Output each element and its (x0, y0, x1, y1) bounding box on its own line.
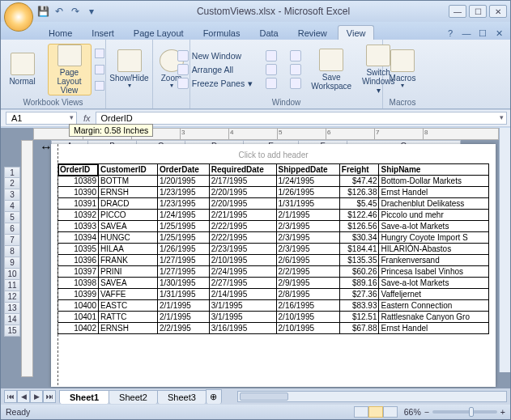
row-11[interactable]: 11 (4, 280, 20, 291)
tab-page-layout[interactable]: Page Layout (125, 25, 193, 40)
tab-nav-prev-icon[interactable]: ◀ (17, 390, 30, 403)
zoom-slider-thumb[interactable] (469, 407, 474, 417)
zoom-in-button[interactable]: + (500, 407, 505, 417)
tab-insert[interactable]: Insert (83, 25, 123, 40)
scroll-thumb[interactable] (240, 392, 288, 401)
margin-guide[interactable] (57, 144, 58, 385)
arrange-all-button[interactable]: Arrange All (174, 63, 256, 76)
unhide-button[interactable] (262, 77, 280, 90)
redo-icon[interactable]: ↷ (69, 5, 82, 18)
row-6[interactable]: 6 (4, 223, 20, 235)
tab-nav-first-icon[interactable]: ⏮ (4, 390, 17, 403)
page-layout-view-button[interactable]: Page Layout View (48, 44, 92, 95)
fx-icon[interactable]: fx (79, 113, 96, 123)
table-row[interactable]: 10391DRACD1/23/19952/20/19951/31/1995$5.… (58, 198, 489, 210)
insert-sheet-icon[interactable]: ⊕ (206, 389, 222, 404)
formula-bar[interactable]: OrderID (96, 112, 507, 125)
header-shipname[interactable]: ShipName (379, 164, 489, 176)
normal-view-icon[interactable] (354, 406, 368, 418)
row-headers[interactable]: 123456789101112131415 (4, 167, 20, 337)
page-header-placeholder[interactable]: Click to add header (51, 144, 496, 163)
zoom-slider[interactable] (432, 410, 497, 414)
row-1[interactable]: 1 (4, 167, 20, 178)
page-break-view-icon[interactable] (383, 406, 398, 418)
normal-view-button[interactable]: Normal (1, 44, 45, 95)
table-row[interactable]: 10396FRANK1/27/19952/10/19952/6/1995$135… (58, 255, 489, 266)
macros-button[interactable]: Macros▾ (385, 44, 419, 95)
tab-review[interactable]: Review (289, 25, 336, 40)
header-freight[interactable]: Freight (339, 164, 379, 176)
header-requireddate[interactable]: RequiredDate (209, 164, 276, 176)
table-row[interactable]: 10389BOTTM1/20/19952/17/19951/24/1995$47… (58, 176, 489, 187)
header-customerid[interactable]: CustomerID (98, 164, 157, 176)
zoom-out-button[interactable]: − (424, 407, 429, 417)
freeze-panes-button[interactable]: Freeze Panes ▾ (174, 77, 256, 90)
sheet-tab-1[interactable]: Sheet1 (59, 390, 109, 404)
row-8[interactable]: 8 (4, 246, 20, 257)
ribbon-minimize-icon[interactable]: — (460, 27, 473, 40)
table-row[interactable]: 10402ERNSH2/2/19953/16/19952/10/1995$67.… (58, 323, 489, 334)
row-15[interactable]: 15 (4, 325, 20, 337)
close-button[interactable]: ✕ (489, 5, 507, 18)
table-row[interactable]: 10399VAFFE1/31/19952/14/19952/8/1995$27.… (58, 289, 489, 300)
name-box[interactable]: A1 (6, 112, 77, 125)
zoom-level[interactable]: 66% (404, 407, 421, 417)
table-row[interactable]: 10395HILAA1/26/19952/23/19952/3/1995$184… (58, 244, 489, 255)
group-show-hide (111, 97, 147, 108)
horizontal-scrollbar[interactable] (237, 391, 507, 402)
header-orderid[interactable]: OrderID (58, 164, 99, 176)
vertical-scrollbar[interactable] (499, 128, 510, 372)
row-2[interactable]: 2 (4, 178, 20, 189)
tab-nav-last-icon[interactable]: ⏭ (43, 390, 56, 403)
custom-views-icon[interactable] (95, 65, 104, 74)
save-workspace-button[interactable]: Save Workspace (311, 44, 351, 95)
table-row[interactable]: 10394HUNGC1/25/19952/22/19952/3/1995$30.… (58, 232, 489, 244)
data-table[interactable]: OrderIDCustomerIDOrderDateRequiredDateSh… (57, 163, 489, 334)
sheet-tab-3[interactable]: Sheet3 (157, 390, 207, 404)
qat-more-icon[interactable]: ▾ (85, 5, 98, 18)
table-row[interactable]: 10392PICCO1/24/19952/21/19952/1/1995$122… (58, 210, 489, 221)
row-4[interactable]: 4 (4, 201, 20, 212)
show-hide-button[interactable]: Show/Hide▾ (108, 44, 151, 95)
ribbon-close-icon[interactable]: ✕ (492, 27, 505, 40)
row-5[interactable]: 5 (4, 212, 20, 223)
table-row[interactable]: 10401RATTC2/1/19953/1/19952/10/1995$12.5… (58, 312, 489, 323)
tab-home[interactable]: Home (40, 25, 81, 40)
help-icon[interactable]: ? (444, 27, 457, 40)
ribbon-restore-icon[interactable]: ☐ (476, 27, 489, 40)
row-9[interactable]: 9 (4, 257, 20, 269)
minimize-button[interactable]: — (449, 5, 466, 18)
hide-button[interactable] (262, 63, 280, 76)
save-icon[interactable]: 💾 (36, 5, 49, 18)
row-10[interactable]: 10 (4, 269, 20, 280)
row-13[interactable]: 13 (4, 303, 20, 314)
new-window-button[interactable]: New Window (174, 49, 256, 62)
split-button[interactable] (262, 49, 280, 62)
restore-button[interactable]: ☐ (469, 5, 487, 18)
full-screen-icon[interactable] (95, 81, 104, 91)
page-break-preview-icon[interactable] (95, 49, 104, 58)
table-row[interactable]: 10398SAVEA1/30/19952/27/19952/9/1995$89.… (58, 278, 489, 289)
row-14[interactable]: 14 (4, 314, 20, 325)
table-row[interactable]: 10390ERNSH1/23/19952/20/19951/26/1995$12… (58, 187, 489, 198)
header-orderdate[interactable]: OrderDate (157, 164, 209, 176)
office-button[interactable] (4, 2, 33, 32)
tab-data[interactable]: Data (250, 25, 287, 40)
sheet-tab-2[interactable]: Sheet2 (109, 390, 158, 404)
row-12[interactable]: 12 (4, 291, 20, 303)
row-7[interactable]: 7 (4, 235, 20, 246)
table-row[interactable]: 10397PRINI1/27/19952/24/19952/2/1995$60.… (58, 266, 489, 278)
header-shippeddate[interactable]: ShippedDate (276, 164, 339, 176)
sync-scroll-button[interactable] (287, 63, 304, 76)
tab-formulas[interactable]: Formulas (194, 25, 249, 40)
row-3[interactable]: 3 (4, 189, 20, 201)
undo-icon[interactable]: ↶ (53, 5, 66, 18)
table-row[interactable]: 10400EASTC2/1/19953/1/19952/16/1995$83.9… (58, 300, 489, 312)
reset-window-button[interactable] (287, 77, 304, 90)
view-side-by-side-button[interactable] (287, 49, 304, 62)
tab-view[interactable]: View (338, 25, 375, 40)
table-row[interactable]: 10393SAVEA1/25/19952/22/19952/3/1995$126… (58, 221, 489, 232)
tab-nav-next-icon[interactable]: ▶ (30, 390, 43, 403)
vertical-ruler[interactable] (21, 140, 33, 377)
page-layout-view-icon[interactable] (368, 406, 383, 418)
